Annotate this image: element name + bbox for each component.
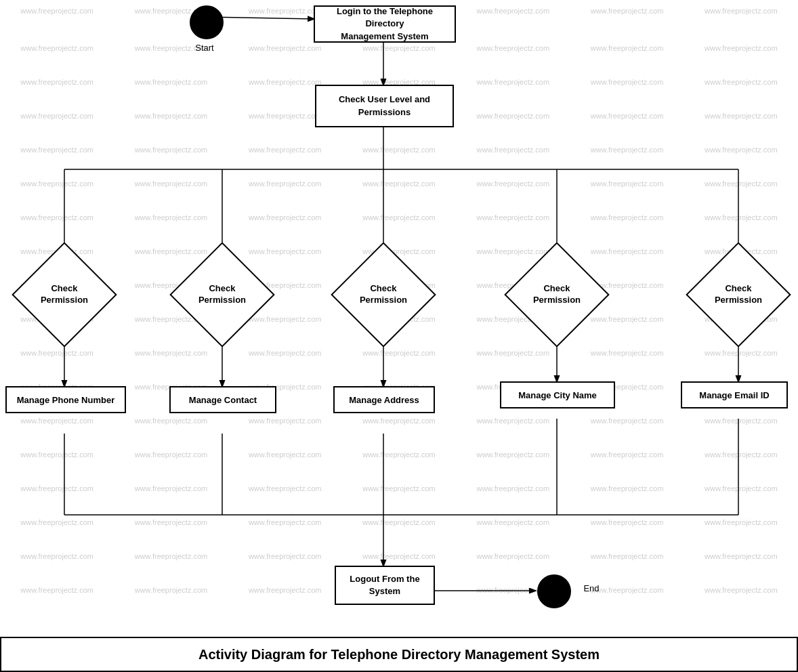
check-permissions-text: Check User Level and Permissions: [339, 93, 430, 118]
end-label-text: End: [583, 583, 599, 593]
manage-contact-box: Manage Contact: [169, 386, 276, 413]
diamond-4-text: Check Permission: [533, 283, 581, 306]
logout-box: Logout From the System: [335, 566, 435, 605]
footer-title: Activity Diagram for Telephone Directory…: [198, 647, 600, 663]
end-label: End: [574, 581, 608, 595]
manage-email-box: Manage Email ID: [681, 381, 788, 408]
check-permissions-box: Check User Level and Permissions: [315, 85, 454, 127]
manage-city-box: Manage City Name: [500, 381, 615, 408]
diamond-1-text: Check Permission: [41, 283, 88, 306]
manage-email-text: Manage Email ID: [699, 390, 769, 400]
footer: Activity Diagram for Telephone Directory…: [0, 637, 798, 672]
end-node: [537, 574, 571, 608]
manage-city-text: Manage City Name: [518, 390, 597, 400]
login-text: Login to the Telephone Directory Managem…: [319, 5, 450, 43]
diamond-3-text: Check Permission: [360, 283, 407, 306]
diamond-5-text: Check Permission: [715, 283, 762, 306]
diamond-4: Check Permission: [503, 251, 611, 339]
start-label: Start: [177, 41, 232, 54]
diamond-1: Check Permission: [10, 251, 119, 339]
manage-address-text: Manage Address: [349, 395, 419, 405]
start-label-text: Start: [195, 43, 213, 53]
logout-text: Logout From the System: [350, 573, 419, 597]
diamond-5: Check Permission: [684, 251, 793, 339]
manage-phone-text: Manage Phone Number: [17, 395, 114, 405]
diamond-3: Check Permission: [329, 251, 438, 339]
diamond-2-text: Check Permission: [198, 283, 246, 306]
start-node: [190, 5, 224, 39]
login-box: Login to the Telephone Directory Managem…: [314, 5, 456, 43]
manage-contact-text: Manage Contact: [189, 395, 257, 405]
manage-phone-box: Manage Phone Number: [5, 386, 126, 413]
manage-address-box: Manage Address: [333, 386, 435, 413]
diamond-2: Check Permission: [168, 251, 276, 339]
